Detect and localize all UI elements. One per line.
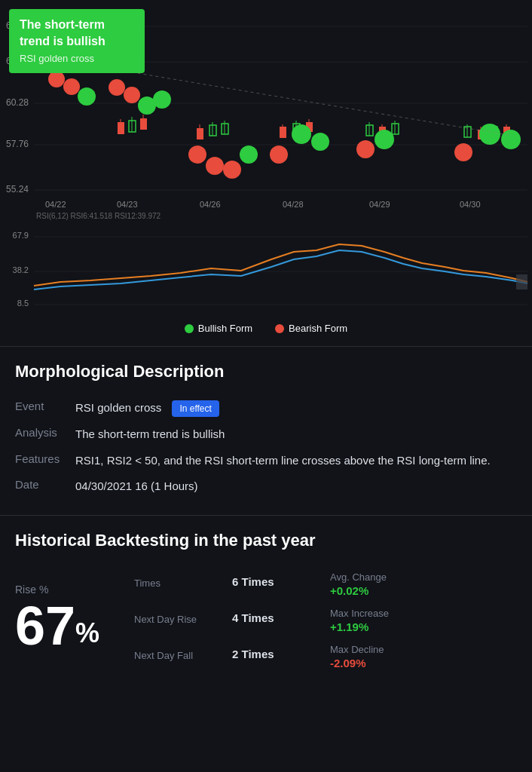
in-effect-badge: In effect [172,400,219,417]
max-increase-label: Max Increase [330,603,511,620]
max-decline-label: Max Decline [330,639,511,657]
svg-text:04/23: 04/23 [117,200,138,209]
max-increase-value: +1.19% [330,620,511,633]
rsi-chart: 67.9 38.2 8.5 [0,229,532,312]
event-value: RSI golden cross In effect [75,395,517,421]
svg-point-55 [292,124,311,144]
bullish-legend: Bullish Form [185,323,252,334]
svg-rect-39 [197,128,203,139]
avg-change-value: +0.02% [330,584,511,597]
svg-point-34 [109,79,125,96]
svg-point-24 [63,78,80,95]
rise-percent-container: Rise % 67 % [15,584,128,653]
svg-text:8.5: 8.5 [17,299,29,308]
max-decline-value: -2.09% [330,657,511,669]
rise-label: Rise % 67 % [15,584,99,653]
svg-point-54 [270,146,288,164]
next-day-rise-label-cell: Next Day Rise [128,606,226,630]
svg-point-23 [48,71,65,87]
features-value: RSI1, RSI2 < 50, and the RSI short-term … [75,448,517,474]
analysis-row: Analysis The short-term trend is bullish [15,421,517,448]
svg-text:60.28: 60.28 [6,97,29,108]
svg-point-37 [153,90,171,109]
rise-percent-value: 67 [15,599,75,653]
svg-point-35 [124,87,140,103]
bearish-label: Bearish Form [289,323,347,334]
svg-text:57.76: 57.76 [6,139,29,149]
svg-point-45 [206,157,224,175]
bearish-legend: Bearish Form [275,323,347,334]
next-day-fall-value-cell: 2 Times [226,645,324,663]
svg-point-64 [375,130,394,149]
svg-point-25 [78,87,96,106]
max-decline-cell: Max Decline -2.09% [324,636,517,672]
next-day-rise-value: 4 Times [232,611,318,624]
next-day-rise-label: Next Day Rise [134,609,220,626]
description-table: Event RSI golden cross In effect Analysi… [15,395,517,500]
features-row: Features RSI1, RSI2 < 50, and the RSI sh… [15,448,517,474]
features-label: Features [15,448,75,474]
svg-point-63 [356,140,375,158]
svg-text:04/28: 04/28 [283,200,304,209]
rise-label-text: Rise % [15,584,99,596]
event-text: RSI golden cross [75,401,161,414]
svg-text:67.9: 67.9 [13,231,29,240]
chart-legend: Bullish Form Bearish Form [0,315,532,346]
next-day-fall-value: 2 Times [232,648,318,660]
svg-rect-49 [280,127,286,138]
rise-percent-display: 67 % [15,599,99,653]
next-day-fall-label-cell: Next Day Fall [128,642,226,666]
svg-rect-77 [0,229,532,312]
times-value-cell: 6 Times [226,572,324,591]
badge-title: The short-term trend is bullish [20,17,134,51]
date-value: 04/30/2021 16 (1 Hours) [75,473,517,500]
avg-change-cell: Avg. Change +0.02% [324,564,517,600]
date-label: Date [15,473,75,500]
analysis-value: The short-term trend is bullish [75,421,517,448]
rise-percent-sign: % [75,620,99,647]
times-label-cell: Times [128,570,226,593]
date-row: Date 04/30/2021 16 (1 Hours) [15,473,517,500]
backtesting-title: Historical Backtesting in the past year [15,531,517,550]
avg-change-label: Avg. Change [330,567,511,584]
backtesting-section: Historical Backtesting in the past year … [0,515,532,688]
bullish-dot [185,324,194,333]
svg-text:04/22: 04/22 [45,200,66,209]
svg-point-75 [501,130,521,149]
svg-point-74 [479,124,500,145]
svg-rect-33 [140,118,147,130]
svg-rect-29 [118,122,124,134]
description-section: Morphological Description Event RSI gold… [0,346,532,507]
svg-text:04/30: 04/30 [460,200,481,209]
next-day-fall-label: Next Day Fall [134,645,220,663]
svg-point-47 [240,146,258,164]
svg-point-56 [311,133,329,151]
times-value: 6 Times [232,575,318,588]
svg-point-46 [223,161,241,179]
times-label: Times [134,573,220,590]
svg-point-44 [188,146,206,164]
bullish-badge: The short-term trend is bullish RSI gold… [9,9,145,73]
svg-text:04/29: 04/29 [369,200,390,209]
svg-rect-84 [516,274,527,290]
svg-text:RSI(6,12)  RSI6:41.518  RSI12:: RSI(6,12) RSI6:41.518 RSI12:39.972 [36,212,161,220]
event-row: Event RSI golden cross In effect [15,395,517,421]
svg-text:04/26: 04/26 [200,200,221,209]
svg-text:38.2: 38.2 [13,265,29,274]
analysis-label: Analysis [15,421,75,448]
bearish-dot [275,324,284,333]
badge-subtitle: RSI golden cross [20,52,134,66]
next-day-rise-value-cell: 4 Times [226,608,324,627]
svg-text:55.24: 55.24 [6,184,29,195]
max-increase-cell: Max Increase +1.19% [324,600,517,636]
event-label: Event [15,395,75,421]
chart-container: The short-term trend is bullish RSI gold… [0,0,532,346]
description-title: Morphological Description [15,362,517,381]
bullish-label: Bullish Form [198,323,252,334]
svg-point-73 [454,143,472,161]
